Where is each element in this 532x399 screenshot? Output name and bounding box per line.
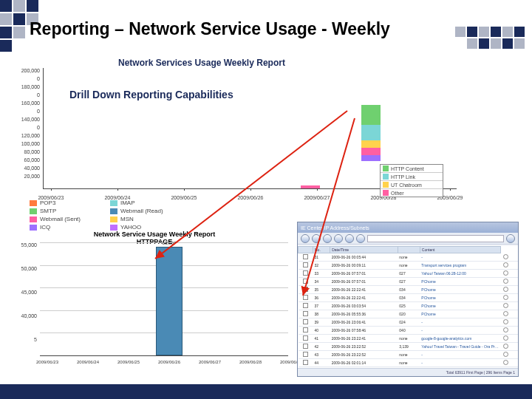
row-checkbox[interactable]: [303, 319, 308, 324]
zoom-icon[interactable]: [503, 327, 508, 332]
chart1-title: Network Services Usage Weekly Report: [118, 58, 285, 68]
table-row[interactable]: 312009-06-26 00:05:44none-: [299, 253, 519, 262]
y-tick-label: 180,000: [18, 84, 40, 89]
table-row[interactable]: 442009-06-26 02:01:14none-: [299, 359, 519, 367]
row-checkbox[interactable]: [303, 262, 308, 267]
row-checkbox[interactable]: [303, 344, 308, 349]
browser-titlebar: IE Center IP Address/Subnets: [298, 222, 518, 233]
legend-row: Webmail (Sent): [30, 216, 81, 222]
row-checkbox[interactable]: [303, 311, 308, 316]
print-button[interactable]: [356, 234, 365, 243]
chart2-title: Network Service Usage Weekly Report: [18, 231, 291, 238]
x-tick-label: 2009/06/23: [36, 360, 58, 364]
forward-button[interactable]: [312, 234, 321, 243]
legend-row: MSN: [110, 216, 163, 222]
zoom-icon[interactable]: [503, 254, 508, 259]
stop-button[interactable]: [323, 234, 332, 243]
table-row[interactable]: 372009-06-26 03:03:54025PChome: [299, 302, 519, 310]
y-tick-label: 40,000: [18, 313, 37, 318]
row-checkbox[interactable]: [303, 352, 308, 357]
slide-title: Reporting – Network Service Usage - Week…: [30, 19, 390, 39]
y-tick-label: 200,000: [18, 68, 40, 73]
y-tick-label: 40,000: [18, 166, 40, 171]
row-checkbox[interactable]: [303, 303, 308, 308]
table-row[interactable]: 352009-06-26 22:22:41034PChome: [299, 286, 519, 294]
row-checkbox[interactable]: [303, 327, 308, 332]
y-tick-label: 0: [18, 109, 40, 114]
browser-status-bar: Total 63911 First Page | 296 Items Page …: [298, 368, 518, 376]
table-row[interactable]: 342009-06-26 07:57:01027PChome: [299, 278, 519, 286]
legend-row: Other: [381, 189, 443, 197]
zoom-icon[interactable]: [503, 344, 508, 349]
table-row[interactable]: 382009-06-26 05:55:36020PChome: [299, 310, 519, 318]
zoom-icon[interactable]: [503, 311, 508, 316]
legend-row: HTTP Link: [381, 173, 443, 181]
zoom-icon[interactable]: [503, 287, 508, 292]
chart1-bottom-legend: POP3SMTPWebmail (Sent)ICQ IMAPWebmail (R…: [30, 200, 163, 231]
slide-footer: [0, 384, 532, 399]
table-header[interactable]: Content: [420, 247, 500, 253]
refresh-button[interactable]: [334, 234, 343, 243]
y-tick-label: 0: [18, 125, 40, 130]
browser-toolbar: [298, 233, 518, 245]
bar: 53,907: [156, 247, 183, 355]
y-tick-label: 60,000: [18, 157, 40, 163]
zoom-icon[interactable]: [503, 295, 508, 300]
legend-row: IMAP: [110, 200, 163, 206]
home-button[interactable]: [345, 234, 354, 243]
legend-row: YAHOO: [110, 224, 163, 231]
row-checkbox[interactable]: [303, 295, 308, 300]
row-checkbox[interactable]: [303, 279, 308, 284]
results-table: No.Date/TimeContent 312009-06-26 00:05:4…: [298, 246, 518, 368]
x-tick-label: 2009/06/24: [77, 360, 99, 364]
y-tick-label: 5: [18, 337, 37, 342]
bar-small: [301, 185, 320, 188]
legend-row: Webmail (Read): [110, 208, 163, 214]
table-header[interactable]: Date/Time: [330, 247, 398, 253]
legend-row: HTTP Content: [381, 165, 443, 173]
zoom-icon[interactable]: [503, 279, 508, 284]
zoom-icon[interactable]: [503, 319, 508, 324]
table-row[interactable]: 422009-06-26 23:22:523,139Yahoo! Travel …: [299, 343, 519, 351]
row-checkbox[interactable]: [303, 270, 308, 276]
table-row[interactable]: 362009-06-26 22:22:41034PChome: [299, 294, 519, 302]
drilldown-browser-window: IE Center IP Address/Subnets No.Date/Tim…: [297, 222, 519, 377]
row-checkbox[interactable]: [303, 287, 308, 292]
table-row[interactable]: 412009-06-26 23:22:41nonegoogle-8-google…: [299, 335, 519, 343]
y-tick-label: 50,000: [18, 266, 37, 271]
row-checkbox[interactable]: [303, 335, 308, 341]
zoom-icon[interactable]: [503, 262, 508, 267]
table-row[interactable]: 402009-06-26 07:58:46040-: [299, 327, 519, 335]
zoom-icon[interactable]: [503, 270, 508, 276]
legend-row: UT Chatroom: [381, 181, 443, 189]
legend-row: ICQ: [30, 224, 81, 231]
y-tick-label: 100,000: [18, 141, 40, 146]
table-header[interactable]: [299, 247, 313, 253]
table-row[interactable]: 332009-06-26 07:57:01027Yahoo! Taiwan 06…: [299, 270, 519, 278]
table-row[interactable]: 432009-06-26 23:22:52none-: [299, 351, 519, 359]
table-row[interactable]: 322009-06-26 00:09:11noneTransport servi…: [299, 262, 519, 270]
go-button[interactable]: [506, 234, 515, 243]
zoom-icon[interactable]: [503, 335, 508, 341]
table-header[interactable]: [398, 247, 420, 253]
y-tick-label: 0: [18, 92, 40, 98]
x-tick-label: 2009/06/28: [239, 360, 262, 364]
table-header[interactable]: No.: [313, 247, 330, 253]
y-tick-label: 120,000: [18, 133, 40, 138]
zoom-icon[interactable]: [503, 303, 508, 308]
row-checkbox[interactable]: [303, 254, 308, 259]
row-checkbox[interactable]: [303, 360, 308, 365]
address-bar[interactable]: [367, 235, 504, 242]
legend-row: POP3: [30, 200, 81, 206]
y-tick-label: 140,000: [18, 117, 40, 122]
back-button[interactable]: [301, 234, 310, 243]
stacked-bar: [361, 105, 381, 155]
y-tick-label: 160,000: [18, 100, 40, 106]
table-row[interactable]: 392009-06-26 23:06:41024-: [299, 318, 519, 327]
zoom-icon[interactable]: [503, 360, 508, 365]
y-tick-label: 80,000: [18, 149, 40, 154]
chart1-right-legend: HTTP ContentHTTP LinkUT ChatroomOther: [380, 164, 443, 197]
zoom-icon[interactable]: [503, 352, 508, 357]
y-tick-label: 0: [18, 76, 40, 81]
y-tick-label: 20,000: [18, 174, 40, 179]
